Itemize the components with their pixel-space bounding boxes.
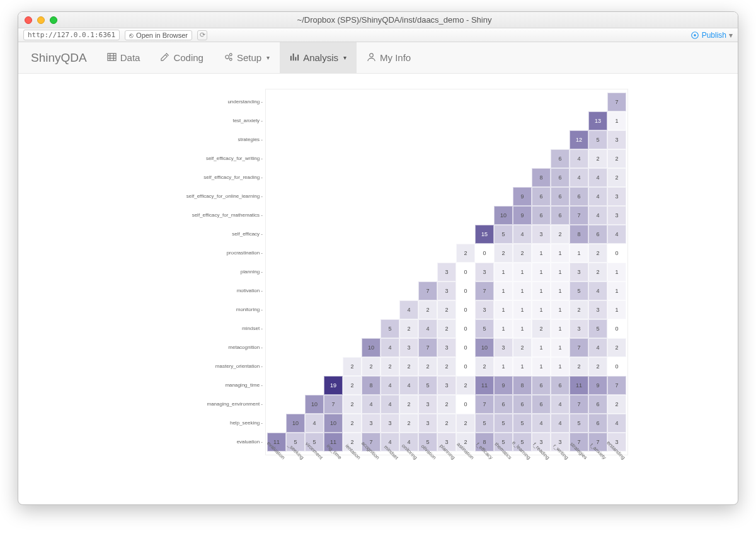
heatmap-cell: 13 — [588, 111, 607, 130]
heatmap-cell: 4 — [588, 206, 607, 225]
heatmap-cell: 10 — [362, 338, 381, 357]
heatmap-cell: 6 — [532, 206, 551, 225]
heatmap-cell: 3 — [475, 263, 494, 281]
heatmap-cell: 3 — [362, 414, 381, 433]
heatmap-cell: 5 — [588, 130, 607, 149]
heatmap-cell: 4 — [362, 395, 381, 414]
heatmap-cell: 1 — [532, 338, 551, 357]
heatmap-cell: 1 — [551, 281, 570, 300]
heatmap-cell: 1 — [607, 111, 626, 130]
heatmap-cell: 6 — [551, 206, 570, 225]
heatmap-cell: 2 — [418, 357, 437, 376]
heatmap-cell: 4 — [570, 149, 588, 168]
heatmap-cell: 1 — [607, 263, 626, 281]
heatmap-cell: 2 — [399, 319, 418, 338]
heatmap-cell: 2 — [343, 357, 362, 376]
brand[interactable]: ShinyQDA — [31, 42, 97, 73]
heatmap-cell: 1 — [513, 263, 532, 281]
address-field[interactable]: http://127.0.0.1:6361 — [23, 30, 120, 40]
heatmap-cell: 1 — [607, 281, 626, 300]
heatmap-cell: 7 — [475, 395, 494, 414]
heatmap-cell: 1 — [551, 319, 570, 338]
heatmap-cell: 7 — [570, 338, 588, 357]
app-window: ~/Dropbox (SPS)/ShinyQDA/inst/daacs_demo… — [18, 11, 738, 505]
maximize-window-icon[interactable] — [50, 16, 57, 24]
heatmap-cell: 4 — [513, 225, 532, 244]
heatmap-cell: 1 — [532, 244, 551, 263]
heatmap-cell: 8 — [362, 376, 381, 395]
heatmap-cell: 4 — [588, 281, 607, 300]
heatmap-cell: 12 — [570, 130, 588, 149]
heatmap-cell: 0 — [456, 395, 475, 414]
heatmap-cell: 10 — [324, 414, 343, 433]
heatmap-cell: 3 — [607, 187, 626, 206]
heatmap-cell: 19 — [324, 376, 343, 395]
address-toolbar: http://127.0.0.1:6361 ⎋ Open in Browser … — [18, 28, 738, 42]
reload-button[interactable]: ⟳ — [197, 30, 207, 40]
heatmap-cell: 1 — [494, 357, 513, 376]
heatmap-cell: 9 — [494, 376, 513, 395]
heatmap-cell: 5 — [381, 319, 399, 338]
heatmap-cell: 6 — [532, 187, 551, 206]
navbar: ShinyQDA Data Coding Setup ▾ Analysis ▾ … — [18, 42, 738, 74]
heatmap-cell: 0 — [456, 338, 475, 357]
heatmap-cell: 2 — [532, 319, 551, 338]
publish-button[interactable]: Publish ▾ — [690, 31, 733, 40]
user-icon — [367, 52, 376, 64]
heatmap-cell: 2 — [362, 357, 381, 376]
heatmap-cell: 4 — [551, 414, 570, 433]
heatmap-cell: 1 — [494, 281, 513, 300]
heatmap-cell: 0 — [456, 319, 475, 338]
heatmap-cell: 4 — [381, 338, 399, 357]
heatmap-cell: 10 — [286, 414, 305, 433]
heatmap-cell: 2 — [456, 376, 475, 395]
heatmap-cell: 2 — [437, 319, 456, 338]
heatmap-cell: 6 — [532, 376, 551, 395]
heatmap-cell: 4 — [418, 319, 437, 338]
heatmap-cell: 0 — [475, 244, 494, 263]
heatmap-cell: 5 — [570, 414, 588, 433]
heatmap-cell: 2 — [437, 414, 456, 433]
heatmap-cell: 2 — [437, 395, 456, 414]
table-icon — [107, 52, 117, 64]
heatmap-cell: 6 — [588, 225, 607, 244]
heatmap-cell: 6 — [551, 149, 570, 168]
heatmap-cell: 3 — [475, 300, 494, 319]
nav-data[interactable]: Data — [97, 42, 151, 73]
heatmap-cell: 2 — [399, 414, 418, 433]
heatmap-cell: 5 — [588, 319, 607, 338]
heatmap-cell: 1 — [532, 281, 551, 300]
heatmap-cell: 1 — [494, 300, 513, 319]
heatmap-cell: 7 — [324, 395, 343, 414]
heatmap-cell: 2 — [588, 263, 607, 281]
heatmap-cell: 6 — [532, 395, 551, 414]
nav-coding[interactable]: Coding — [150, 42, 214, 73]
heatmap-cell: 2 — [588, 244, 607, 263]
heatmap-cell: 4 — [381, 395, 399, 414]
heatmap-cell: 11 — [570, 376, 588, 395]
svg-point-1 — [694, 34, 696, 37]
minimize-window-icon[interactable] — [37, 16, 45, 24]
heatmap-cell: 3 — [418, 414, 437, 433]
heatmap-cell: 5 — [513, 414, 532, 433]
nav-analysis[interactable]: Analysis ▾ — [280, 42, 357, 73]
heatmap-cell: 3 — [588, 300, 607, 319]
heatmap-cell: 7 — [570, 206, 588, 225]
heatmap-cell: 5 — [494, 225, 513, 244]
heatmap-cell: 4 — [588, 168, 607, 187]
heatmap-cell: 1 — [607, 300, 626, 319]
open-browser-button[interactable]: ⎋ Open in Browser — [125, 30, 192, 40]
svg-point-5 — [370, 53, 374, 57]
close-window-icon[interactable] — [25, 16, 32, 24]
heatmap-cell: 6 — [551, 168, 570, 187]
heatmap-cell: 2 — [607, 149, 626, 168]
heatmap-cell: 3 — [437, 263, 456, 281]
nav-setup[interactable]: Setup ▾ — [214, 42, 280, 73]
heatmap-cell: 6 — [551, 376, 570, 395]
heatmap-cell: 7 — [607, 93, 626, 111]
nav-myinfo[interactable]: My Info — [357, 42, 421, 73]
heatmap-cell: 1 — [513, 357, 532, 376]
caret-down-icon: ▾ — [266, 54, 270, 61]
heatmap-cell: 1 — [551, 338, 570, 357]
heatmap-cell: 10 — [494, 206, 513, 225]
